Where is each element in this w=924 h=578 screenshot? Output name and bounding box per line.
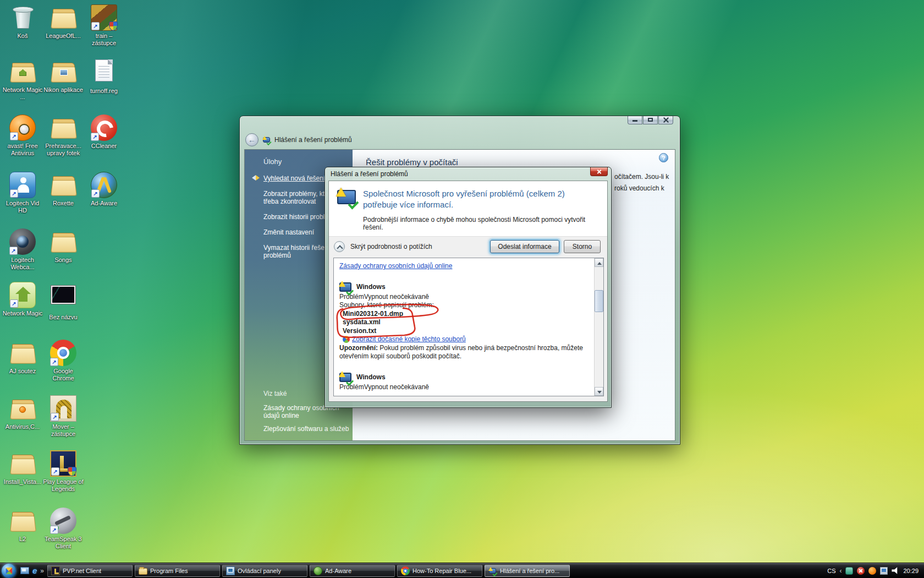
sidebar-item-software-improvement[interactable]: Zlepšování softwaru a služeb [263, 425, 349, 433]
back-button[interactable]: ← [245, 133, 258, 146]
desktop-icon-roxette[interactable]: Roxette [43, 172, 84, 207]
folder-icon [9, 450, 36, 477]
display-tray-icon[interactable] [880, 567, 888, 575]
scroll-down-button[interactable] [595, 387, 603, 396]
minimize-icon [632, 120, 637, 122]
collapse-details-label[interactable]: Skrýt podrobnosti o potížích [350, 243, 490, 250]
view-temporary-copies-link[interactable]: Zobrazit dočasné kopie těchto souborů [352, 335, 466, 344]
privacy-policy-link[interactable]: Zásady ochrany osobních údajů online [339, 262, 452, 270]
desktop-icon-prehravace[interactable]: Prehravace... upravy fotek [43, 114, 84, 157]
ad-aware-icon [314, 566, 322, 575]
problem-report-icon [339, 373, 351, 382]
chrome-icon: ↗ [50, 340, 76, 366]
folder-icon [50, 172, 76, 198]
desktop-icon-mover[interactable]: ↗ Mover – zástupce [43, 395, 84, 438]
internet-explorer-icon[interactable]: e [32, 566, 37, 575]
problem-details-panel: Zásady ochrany osobních údajů online Win… [333, 258, 604, 396]
desktop-icon-leagueofl[interactable]: LeagueOfL... [43, 4, 84, 40]
house-overlay-icon [19, 69, 26, 76]
problem-description: ProblémVypnout neočekávaně [339, 293, 591, 302]
taskbar-button-ad-aware[interactable]: Ad-Aware [310, 565, 395, 577]
desktop-icon-avast[interactable]: ↗ avast! Free Antivirus [2, 114, 43, 157]
desktop-icon-antivirus-folder[interactable]: Antivirus,C... [2, 395, 43, 430]
desktop-icon-train-shortcut[interactable]: ↗ train – zástupce [84, 4, 124, 47]
windows-flag-icon [343, 336, 350, 343]
desktop-icon-google-chrome[interactable]: ↗ Google Chrome [43, 340, 84, 382]
network-magic-tray-icon[interactable] [845, 567, 853, 575]
maximize-icon [648, 118, 653, 122]
desktop-icon-install-vista[interactable]: Install_Vista... [2, 450, 43, 486]
dialog-close-button[interactable] [590, 167, 608, 176]
taskbar-button-problem-reports[interactable]: Hlášení a řešení pro... [485, 565, 570, 577]
shortcut-arrow-icon: ↗ [51, 467, 59, 476]
maximize-button[interactable] [643, 116, 658, 124]
system-tray: CS ‹ 20:29 [827, 567, 924, 575]
send-information-button[interactable]: Odeslat informace [490, 240, 559, 253]
desktop-icon-aj-soutez[interactable]: AJ soutez [2, 340, 43, 375]
language-indicator[interactable]: CS [827, 568, 835, 574]
desktop-icon-ad-aware[interactable]: ↗ Ad-Aware [84, 172, 124, 207]
paragraph-fragment: očítačem. Jsou-li k [614, 173, 669, 181]
warning-label: Upozornění: [339, 344, 378, 352]
desktop-icon-l2[interactable]: L2 [2, 508, 43, 543]
minimize-button[interactable] [628, 116, 642, 124]
overflow-chevron-icon[interactable]: » [40, 567, 44, 575]
problem-file: sysdata.xml [343, 318, 591, 327]
shortcut-arrow-icon: ↗ [50, 358, 58, 366]
mover-arch-icon: ↗ [50, 395, 76, 422]
image-thumbnail-icon [51, 286, 75, 304]
clock[interactable]: 20:29 [903, 568, 919, 574]
volume-tray-icon[interactable] [892, 567, 899, 575]
network-magic-icon: ↗ [9, 282, 36, 308]
more-information-dialog: Hlášení a řešení problémů Společnost Mic… [324, 167, 612, 408]
red-x-tray-icon[interactable] [857, 567, 865, 575]
scrollbar-thumb[interactable] [595, 290, 603, 312]
desktop-icon-bez-nazvu[interactable]: Bez názvu [43, 282, 84, 321]
quick-launch: e » [20, 566, 44, 575]
folder-icon [139, 568, 147, 575]
window-caption[interactable] [244, 116, 675, 130]
train-app-icon: ↗ [91, 4, 117, 31]
help-icon[interactable]: ? [659, 153, 668, 162]
league-of-legends-icon: ↗ [50, 450, 76, 477]
scroll-up-button[interactable] [595, 258, 603, 267]
desktop-icon-logitech-webcam[interactable]: ↗ Logitech Webca... [2, 228, 43, 271]
folder-icon [50, 228, 76, 255]
taskbar-button-program-files[interactable]: Program Files [135, 565, 220, 577]
close-button[interactable] [658, 116, 673, 124]
desktop-icon-turnoff-reg[interactable]: turnoff.reg [84, 58, 124, 95]
logitech-vid-icon: ↗ [9, 172, 36, 198]
app-icon [263, 137, 270, 143]
show-desktop-icon[interactable] [20, 567, 29, 574]
folder-icon [50, 114, 76, 141]
cancel-button[interactable]: Storno [564, 240, 601, 253]
desktop-icon-songs[interactable]: Songs [43, 228, 84, 264]
taskbar-button-chrome-howto[interactable]: How-To Repair Blue... [397, 565, 482, 577]
folder-icon [50, 4, 76, 31]
files-label: Soubory, které popisují problém: [339, 301, 591, 310]
desktop-icon-logitech-vid[interactable]: ↗ Logitech Vid HD [2, 172, 43, 214]
desktop-icon-network-magic-app[interactable]: ↗ Network Magic [2, 282, 43, 317]
problem-report-icon [489, 568, 496, 574]
problem-app-name: Windows [356, 283, 386, 292]
desktop-icon-network-magic-folder[interactable]: Network Magic ... [2, 58, 43, 101]
problem-description: ProblémVypnout neočekávaně [339, 383, 591, 392]
problem-entry: Windows ProblémVypnout neočekávaně Soubo… [339, 277, 591, 361]
desktop-icon-ccleaner[interactable]: ↗ CCleaner [84, 114, 124, 150]
start-button[interactable] [2, 564, 16, 578]
problem-entry: Windows ProblémVypnout neočekávaně [339, 368, 591, 392]
details-scrollbar[interactable] [594, 258, 603, 396]
collapse-details-button[interactable] [334, 241, 345, 252]
dialog-caption[interactable]: Hlášení a řešení problémů [328, 167, 608, 181]
problem-file: Version.txt [343, 327, 591, 336]
tray-expand-chevron[interactable]: ‹ [839, 567, 842, 575]
taskbar-button-pvpnet[interactable]: PVP.net Client [47, 565, 133, 577]
desktop-icon-nikon-aplikace[interactable]: Nikon aplikace [43, 58, 84, 94]
dialog-title: Hlášení a řešení problémů [328, 170, 408, 178]
desktop-icon-play-lol[interactable]: ↗ Play League of Legends [43, 450, 84, 493]
desktop-icon-teamspeak[interactable]: ↗ TeamSpeak 3 Client [43, 508, 84, 550]
desktop-icon-recycle-bin[interactable]: Koš [2, 4, 43, 40]
taskbar-button-control-panel[interactable]: Ovládací panely [222, 565, 307, 577]
folder-icon [9, 395, 36, 422]
avast-tray-icon[interactable] [868, 567, 876, 575]
